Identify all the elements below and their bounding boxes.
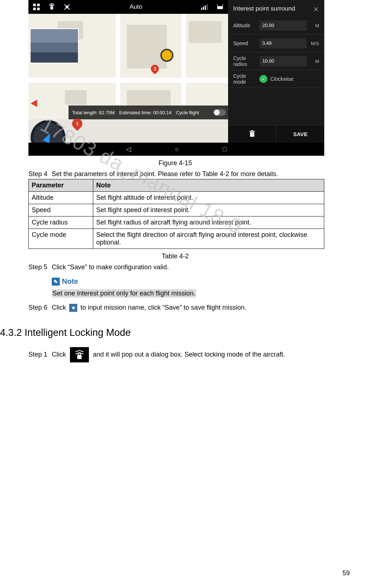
delete-button[interactable] (228, 125, 277, 143)
remote-icon (216, 3, 224, 11)
checkmark-icon[interactable]: ✓ (259, 75, 267, 83)
interest-point-center-icon (160, 49, 173, 62)
lock-mode-icon[interactable] (47, 3, 56, 11)
step4-text: Set the parameters of interest point. Pl… (52, 170, 278, 178)
svg-point-7 (66, 6, 68, 8)
note-heading: ✎Note (52, 277, 78, 286)
cycle-radius-row: Cycle radius 10.00 M (228, 52, 324, 70)
map-pin[interactable]: 1 (151, 65, 159, 76)
svg-rect-1 (37, 4, 40, 6)
cycle-radius-input[interactable]: 10.00 (259, 56, 307, 66)
cycle-radius-label: Cycle radius (233, 55, 259, 67)
svg-rect-4 (51, 7, 53, 9)
total-length-label: Total length: 62.75M (72, 110, 115, 115)
svg-rect-0 (33, 4, 36, 6)
speed-label: Speed (233, 40, 259, 46)
note-text: Set one interest point only for each fli… (52, 289, 196, 298)
section-heading: 4.3.2 Intelligent Locking Mode (0, 327, 350, 338)
close-icon[interactable]: ✕ (313, 5, 319, 14)
drone-icon[interactable] (63, 3, 71, 11)
svg-rect-17 (251, 130, 253, 131)
table-row: Cycle radiusSet flight radius of aircraf… (29, 216, 324, 229)
altitude-unit: M (307, 23, 319, 28)
cycle-flight-label: Cycle flight (176, 110, 199, 115)
svg-rect-15 (250, 132, 254, 137)
cycle-mode-row: Cycle mode ✓Clockwise (228, 70, 324, 88)
speed-row: Speed 3.49 M/S (228, 35, 324, 52)
camera-thumbnail[interactable] (30, 28, 79, 63)
waypoint-pin[interactable]: 1 (72, 119, 82, 132)
table-row: SpeedSet flight speed of interest point. (29, 204, 324, 216)
svg-rect-9 (203, 7, 204, 10)
svg-rect-10 (205, 5, 206, 10)
cycle-flight-toggle[interactable] (214, 109, 226, 116)
estimated-time-label: Estimated time: 00:00:14 (119, 110, 172, 115)
nav-recent-icon[interactable]: □ (223, 146, 227, 153)
star-icon (69, 304, 77, 312)
step5-label: Step 5 (28, 262, 52, 272)
save-button[interactable]: SAVE (277, 125, 325, 143)
map-view[interactable]: 1 (28, 14, 228, 119)
parameter-table: Parameter Note AltitudeSet flight altitu… (28, 179, 324, 249)
cycle-mode-label: Cycle mode (233, 73, 259, 85)
compass-needle-icon (43, 132, 53, 143)
svg-rect-12 (217, 6, 223, 9)
arrow-left-icon[interactable] (31, 100, 37, 107)
figure-caption: Figure 4-15 (0, 159, 350, 167)
step4-label: Step 4 (28, 169, 52, 179)
altitude-label: Altitude (233, 23, 259, 28)
step6-text-pre: Click (52, 304, 68, 311)
svg-rect-2 (33, 8, 36, 10)
altitude-input[interactable]: 20.00 (259, 20, 307, 31)
svg-rect-11 (207, 4, 208, 10)
grid-icon[interactable] (32, 3, 41, 11)
speed-input[interactable]: 3.49 (259, 38, 307, 48)
flight-mode-label[interactable]: Auto (78, 3, 194, 11)
nav-back-icon[interactable]: ◁ (126, 145, 131, 153)
status-bar: Auto (28, 0, 228, 14)
table-caption: Table 4-2 (0, 253, 350, 260)
android-nav-bar: ◁ ○ □ (28, 143, 324, 156)
panel-title: Interest point surround (233, 5, 295, 12)
speed-unit: M/S (307, 41, 319, 46)
step5-text: Click “Save” to make configuration valid… (52, 263, 169, 271)
step6-text-post: to input mission name, click “Save” to s… (79, 304, 246, 311)
note-header: Note (93, 179, 324, 192)
interest-point-panel: Interest point surround ✕ Altitude 20.00… (228, 0, 324, 156)
step1-text-post: and it will pop out a dialog box. Select… (91, 351, 285, 358)
svg-line-13 (217, 4, 218, 6)
svg-line-14 (222, 4, 223, 6)
table-row: Cycle modeSelect the flight direction of… (29, 229, 324, 249)
svg-rect-3 (37, 8, 40, 10)
locking-mode-icon (70, 347, 89, 362)
page-number: 59 (342, 569, 350, 577)
flight-info-strip: Total length: 62.75M Estimated time: 00:… (68, 106, 228, 119)
svg-rect-16 (249, 131, 255, 132)
svg-rect-18 (78, 355, 81, 359)
signal-icon (200, 3, 209, 11)
step1-label: Step 1 (28, 350, 52, 359)
nav-home-icon[interactable]: ○ (175, 146, 179, 153)
table-row: AltitudeSet flight altitude of interest … (29, 192, 324, 204)
step1-text-pre: Click (52, 351, 68, 358)
svg-rect-8 (201, 8, 202, 10)
app-screenshot: Auto 1 Total length: 62.75M Est (28, 0, 324, 156)
altitude-row: Altitude 20.00 M (228, 17, 324, 35)
note-icon: ✎ (52, 278, 60, 286)
step6-label: Step 6 (28, 303, 52, 313)
cycle-mode-value: Clockwise (270, 76, 293, 82)
cycle-radius-unit: M (307, 59, 319, 64)
param-header: Parameter (29, 179, 93, 192)
